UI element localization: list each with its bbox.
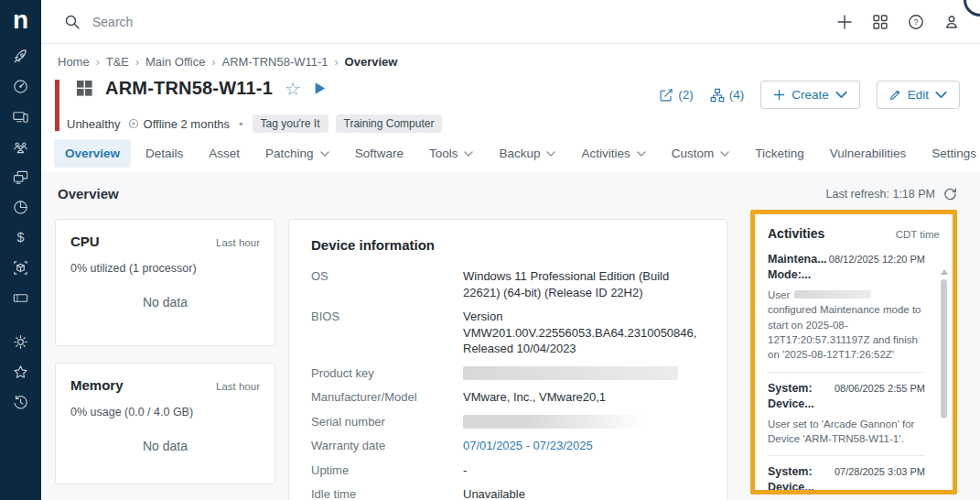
settings-gear-icon[interactable] <box>12 333 29 351</box>
sidebar-nav-lower <box>12 333 29 411</box>
relations-link[interactable]: (4) <box>710 88 745 103</box>
plus-icon[interactable] <box>836 14 853 30</box>
breadcrumb-separator: › <box>335 56 339 69</box>
svg-text:?: ? <box>913 17 918 27</box>
tab-details[interactable]: Details <box>135 139 194 168</box>
remote-screens-icon[interactable] <box>12 168 29 186</box>
device-info-label: Idle time <box>311 486 463 500</box>
activity-entry[interactable]: System:07/28/2025 3:03 PMDevice... <box>768 465 940 494</box>
activity-subject: Maintena... <box>768 253 827 266</box>
device-info-value <box>463 414 705 430</box>
device-info-row: Warranty date07/01/2025 - 07/23/2025 <box>311 438 705 454</box>
reports-pie-icon[interactable] <box>12 199 29 216</box>
ninjaone-logo[interactable]: n <box>13 7 28 33</box>
help-icon[interactable]: ? <box>908 14 924 30</box>
last-refresh-label: Last refresh: 1:18 PM <box>825 188 935 201</box>
header-actions: (2) (4) Create Edit <box>659 81 960 109</box>
last-refresh: Last refresh: 1:18 PM <box>825 187 957 201</box>
notes-link[interactable]: (2) <box>659 88 694 103</box>
favorites-star-icon[interactable] <box>12 364 29 381</box>
history-clock-icon[interactable] <box>12 394 29 411</box>
tab-vulnerabilities[interactable]: Vulnerabilities <box>819 139 918 168</box>
activity-subject-line2: Mode:... <box>768 268 925 281</box>
tab-software[interactable]: Software <box>344 139 415 168</box>
activity-subject: System: <box>768 382 813 395</box>
tab-ticketing[interactable]: Ticketing <box>744 139 815 168</box>
windows-logo-icon <box>76 80 93 97</box>
activity-entry[interactable]: System:08/06/2025 2:55 PMDevice...User s… <box>768 382 940 447</box>
breadcrumb-item[interactable]: ARM-TRN58-W11-1 <box>222 55 328 69</box>
create-button[interactable]: Create <box>760 81 860 109</box>
offline-icon <box>128 118 139 129</box>
remote-play-icon[interactable] <box>313 82 327 95</box>
device-info-value: - <box>463 462 705 479</box>
users-group-icon[interactable] <box>12 138 29 156</box>
chevron-down-icon <box>637 151 646 157</box>
activity-body: User configured Maintenance mode to star… <box>768 288 925 363</box>
activities-timezone: CDT time <box>896 229 940 240</box>
device-info-label: Product key <box>311 365 463 382</box>
tab-backup[interactable]: Backup <box>488 139 566 168</box>
packages-cube-icon[interactable] <box>12 259 29 277</box>
relations-count: (4) <box>729 88 745 102</box>
activity-entry[interactable]: Maintena...08/12/2025 12:20 PMMode:...Us… <box>768 253 940 363</box>
topbar-actions: ? <box>836 14 960 30</box>
note-edit-icon <box>659 88 673 103</box>
billing-dollar-icon[interactable]: $ <box>12 229 29 246</box>
scrollbar-thumb[interactable] <box>941 279 947 418</box>
activities-card: Activities CDT time Maintena...08/12/202… <box>755 214 953 490</box>
device-info-value[interactable]: 07/01/2025 - 07/23/2025 <box>463 438 705 454</box>
breadcrumb: Home›T&E›Main Office›ARM-TRN58-W11-1›Ove… <box>58 55 397 69</box>
scrollbar-up-arrow-icon[interactable] <box>941 269 948 275</box>
tab-asset[interactable]: Asset <box>198 139 251 168</box>
breadcrumb-item[interactable]: Main Office <box>145 55 206 69</box>
offline-status: Offline 2 months <box>128 117 230 131</box>
app-grid-icon[interactable] <box>872 14 888 30</box>
tab-tools[interactable]: Tools <box>418 139 485 168</box>
breadcrumb-item[interactable]: T&E <box>106 55 129 69</box>
search-input[interactable] <box>92 15 385 29</box>
device-tag: Training Computer <box>336 114 443 133</box>
activity-divider <box>768 372 925 373</box>
device-name: ARM-TRN58-W11-1 <box>105 78 273 99</box>
edit-button[interactable]: Edit <box>877 81 960 109</box>
activities-list: Maintena...08/12/2025 12:20 PMMode:...Us… <box>768 253 940 494</box>
device-header: Home›T&E›Main Office›ARM-TRN58-W11-1›Ove… <box>41 44 980 172</box>
activity-body: User set to 'Arcade Gannon' for Device '… <box>768 417 925 447</box>
device-info-label: Uptime <box>311 462 463 479</box>
ticketing-icon[interactable] <box>12 289 29 307</box>
tab-overview[interactable]: Overview <box>54 139 131 168</box>
redacted-value <box>463 415 646 429</box>
breadcrumb-separator: › <box>96 56 100 69</box>
favorite-star-icon[interactable]: ☆ <box>285 80 301 98</box>
pencil-icon <box>889 89 901 101</box>
activities-scrollbar[interactable] <box>940 269 948 483</box>
tab-label: Details <box>145 147 183 160</box>
device-info-row: Manufacturer/ModelVMware, Inc., VMware20… <box>311 389 705 406</box>
tab-label: Tools <box>429 147 458 160</box>
activity-subject-line2: Device... <box>768 481 925 494</box>
tab-patching[interactable]: Patching <box>254 139 340 168</box>
breadcrumb-item[interactable]: Home <box>58 55 90 69</box>
overview-content: Overview Last refresh: 1:18 PM CPU Last … <box>41 172 980 500</box>
tab-custom[interactable]: Custom <box>661 139 741 168</box>
rocket-icon[interactable] <box>12 48 29 65</box>
device-status-row: Unhealthy Offline 2 months • Tag you're … <box>67 114 442 133</box>
chevron-down-icon <box>935 89 947 101</box>
memory-no-data: No data <box>70 439 260 453</box>
refresh-icon[interactable] <box>943 187 957 201</box>
tab-settings[interactable]: Settings <box>921 139 980 168</box>
dashboard-gauge-icon[interactable] <box>12 78 29 95</box>
chevron-down-icon <box>546 151 555 157</box>
user-icon[interactable] <box>943 14 960 30</box>
device-info-value <box>463 365 705 382</box>
plus-icon <box>773 89 785 101</box>
device-info-value: Windows 11 Professional Edition (Build 2… <box>463 268 705 300</box>
redacted-value <box>463 366 678 380</box>
device-info-value: VMware, Inc., VMware20,1 <box>463 389 705 406</box>
search-icon[interactable] <box>64 14 81 30</box>
chevron-down-icon <box>320 151 329 157</box>
tab-activities[interactable]: Activities <box>570 139 656 168</box>
devices-icon[interactable] <box>12 108 29 125</box>
device-info-row: Uptime- <box>311 462 705 479</box>
